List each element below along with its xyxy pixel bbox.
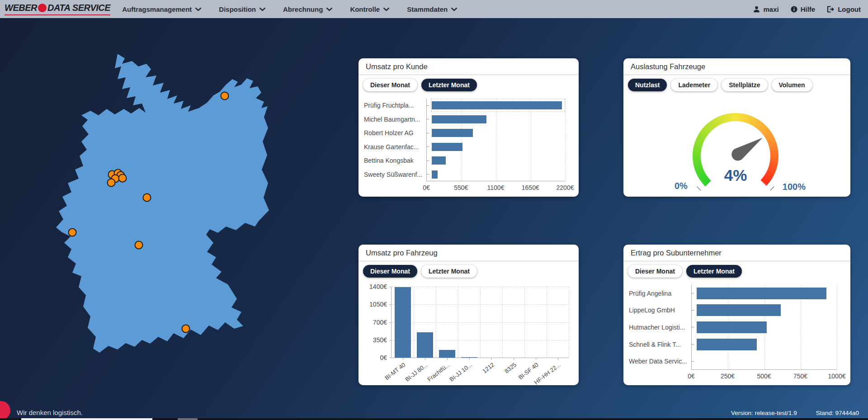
bar[interactable]	[697, 288, 826, 299]
axis-tick	[691, 327, 694, 327]
card-title: Umsatz pro Fahrzeug	[359, 245, 579, 261]
bar-track	[697, 319, 837, 336]
bar-track	[697, 336, 837, 353]
footer-tagline: Wir denken logistisch.	[17, 409, 83, 416]
axis-tick	[426, 160, 429, 161]
card-umsatz-pro-fahrzeug: Umsatz pro Fahrzeug Dieser MonatLetzter …	[359, 245, 579, 385]
bar-track	[432, 154, 565, 168]
chart-rows: Prüfig Fruchtpla...Michel Baumgartn...Ro…	[359, 99, 565, 181]
nav-label: Auftragsmanagement	[122, 5, 192, 13]
bar[interactable]	[432, 129, 473, 137]
axis-tick	[691, 310, 694, 311]
bar[interactable]	[432, 101, 562, 109]
axis-tick	[425, 358, 425, 360]
card-title: Umsatz pro Kunde	[359, 58, 579, 75]
tab-letzter-monat[interactable]: Letzter Monat	[686, 265, 742, 278]
version-label: Version: release-test/1.9	[731, 410, 797, 416]
bar-row: Prüfig Angelina	[623, 285, 837, 302]
nav-item-abrechnung[interactable]: Abrechnung	[283, 5, 333, 13]
bar-row: Hutmacher Logisti...	[623, 319, 837, 336]
x-tick-label: 1100€	[487, 184, 505, 191]
help-label: Hilfe	[801, 5, 816, 13]
map-marker[interactable]	[119, 175, 127, 182]
bar[interactable]	[417, 332, 433, 358]
logout-label: Logout	[838, 5, 861, 13]
dashboard-content: Umsatz pro Kunde Dieser MonatLetzter Mon…	[0, 18, 868, 420]
chart-rows: Prüfig AngelinaLippeLog GmbHHutmacher Lo…	[623, 285, 837, 370]
x-tick-label: 500€	[757, 373, 771, 380]
category-label: Weber Data Servic...	[623, 358, 691, 365]
x-category-label: Frachtfü...	[426, 361, 451, 383]
tab-letzter-monat[interactable]: Letzter Monat	[421, 79, 477, 91]
bar[interactable]	[432, 115, 486, 123]
bar-row: Robert Holzer AG	[359, 126, 565, 140]
nav-item-stammdaten[interactable]: Stammdaten	[407, 5, 458, 13]
tab-stellpl-tze[interactable]: Stellplätze	[722, 79, 767, 91]
tab-dieser-monat[interactable]: Dieser Monat	[363, 79, 417, 91]
topbar: WEBER DATA SERVICE Auftragsmanagement Di…	[0, 0, 868, 18]
map-marker[interactable]	[221, 92, 229, 100]
category-label: LippeLog GmbH	[623, 307, 691, 314]
map-marker[interactable]	[135, 241, 143, 249]
axis-tick	[426, 174, 429, 175]
y-tick-label: 0€	[380, 354, 387, 361]
axis-tick	[389, 358, 392, 358]
tab-volumen[interactable]: Volumen	[772, 79, 812, 91]
axis-tick	[389, 322, 392, 323]
bar[interactable]	[697, 321, 767, 333]
nav-item-kontrolle[interactable]: Kontrolle	[350, 5, 390, 13]
card-title: Ertrag pro Subunternehmer	[623, 245, 850, 261]
tab-group: Dieser MonatLetzter Monat	[359, 75, 579, 95]
nav-item-auftragsmanagement[interactable]: Auftragsmanagement	[122, 5, 202, 13]
x-category-label: BI-JJ 10...	[448, 361, 473, 383]
map-marker[interactable]	[143, 194, 151, 202]
tab-letzter-monat[interactable]: Letzter Monat	[421, 265, 477, 278]
axis-tick	[389, 340, 392, 340]
gridline	[414, 287, 414, 358]
category-label: Michel Baumgartn...	[359, 116, 426, 123]
tab-dieser-monat[interactable]: Dieser Monat	[628, 265, 682, 278]
gridline	[565, 99, 566, 181]
tab-lademeter[interactable]: Lademeter	[671, 79, 717, 91]
x-tick-label: 1000€	[828, 373, 846, 380]
x-axis: 0€550€1100€1650€2200€	[426, 184, 565, 194]
bar[interactable]	[432, 156, 446, 165]
logo-text-data-service: DATA SERVICE	[47, 3, 110, 13]
user-menu[interactable]: maxi	[753, 5, 778, 13]
card-ertrag-pro-subunternehmer: Ertrag pro Subunternehmer Dieser MonatLe…	[623, 245, 850, 385]
bar[interactable]	[697, 304, 781, 316]
gridline	[458, 287, 458, 358]
tab-nutzlast[interactable]: Nutzlast	[628, 79, 667, 91]
x-tick-label: 2200€	[557, 184, 574, 191]
help-button[interactable]: Hilfe	[791, 5, 816, 13]
y-tick-label: 350€	[373, 336, 387, 344]
card-title: Auslastung Fahrzeuge	[623, 58, 850, 75]
axis-tick	[536, 358, 536, 360]
bar[interactable]	[439, 350, 455, 358]
bar[interactable]	[395, 287, 411, 358]
logout-icon	[827, 6, 835, 13]
bar-track	[432, 113, 565, 127]
nav-item-disposition[interactable]: Disposition	[219, 5, 266, 13]
tab-dieser-monat[interactable]: Dieser Monat	[363, 265, 417, 278]
y-tick-label: 700€	[373, 319, 387, 326]
chat-bubble-button[interactable]	[0, 401, 10, 420]
map-marker[interactable]	[69, 229, 76, 236]
bar[interactable]	[432, 143, 462, 151]
bar[interactable]	[697, 339, 757, 350]
bar-row: LippeLog GmbH	[623, 302, 837, 319]
chart-plot: 0€350€700€1050€1400€BI-MT 40BI-JJ 80...F…	[391, 287, 569, 358]
x-tick-label: 0€	[688, 373, 695, 380]
bar-track	[432, 168, 565, 182]
logout-button[interactable]: Logout	[827, 5, 861, 13]
vehicle-utilization-gauge: 4% 0% 100%	[693, 113, 778, 199]
chevron-down-icon	[383, 7, 390, 11]
gridline	[547, 287, 547, 358]
gridline	[480, 287, 481, 358]
chevron-down-icon	[195, 7, 202, 11]
bar-track	[432, 126, 565, 140]
bar-track	[432, 99, 565, 113]
map-marker[interactable]	[108, 179, 115, 187]
map-marker[interactable]	[182, 325, 190, 333]
bar[interactable]	[432, 170, 438, 179]
